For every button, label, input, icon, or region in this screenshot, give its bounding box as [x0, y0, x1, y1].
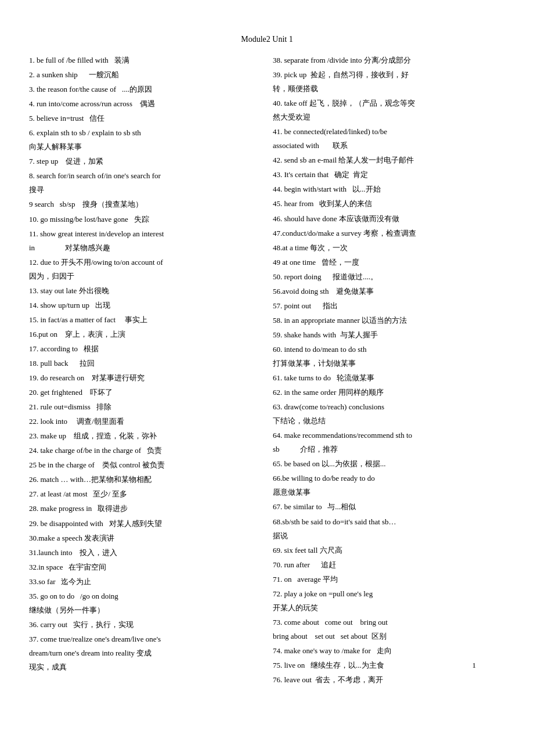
list-item: 67. be similar to 与...相似 — [273, 500, 505, 514]
list-item: 17. according to 根据 — [29, 342, 261, 356]
list-item: 73. come about come out bring out bring … — [273, 615, 505, 643]
list-item: 62. in the same order 用同样的顺序 — [273, 386, 505, 399]
list-item: 57. point out 指出 — [273, 299, 505, 313]
list-item: 40. take off 起飞，脱掉，（产品，观念等突 然大受欢迎 — [273, 96, 505, 124]
list-item: 33.so far 迄今为止 — [29, 575, 261, 589]
list-item: 66.be willing to do/be ready to do 愿意做某事 — [273, 471, 505, 499]
list-item: 59. shake hands with 与某人握手 — [273, 328, 505, 342]
list-item: 63. draw(come to/reach) conclusions 下结论，… — [273, 400, 505, 428]
list-item: 58. in an appropriate manner 以适当的方法 — [273, 314, 505, 327]
list-item: 20. get frightened 吓坏了 — [29, 386, 261, 399]
list-item: 60. intend to do/mean to do sth 打算做某事，计划… — [273, 343, 505, 370]
list-item: 16.put on 穿上，表演，上演 — [29, 327, 261, 341]
list-item: 70. run after 追赶 — [273, 558, 505, 572]
list-item: 2. a sunken ship 一艘沉船 — [29, 68, 261, 82]
list-item: 38. separate from /divide into 分离/分成部分 — [273, 53, 505, 67]
list-item: 6. explain sth to sb / explain to sb sth… — [29, 126, 261, 154]
list-item: 21. rule out=dismiss 排除 — [29, 400, 261, 414]
list-item: 42. send sb an e-mail 给某人发一封电子邮件 — [273, 153, 505, 167]
list-item: 61. take turns to do 轮流做某事 — [273, 371, 505, 385]
list-item: 45. hear from 收到某人的来信 — [273, 197, 505, 211]
list-item: 76. leave out 省去，不考虑，离开 — [273, 673, 505, 687]
list-item: 46. should have done 本应该做而没有做 — [273, 212, 505, 226]
list-item: 48.at a time 每次，一次 — [273, 241, 505, 255]
list-item: 5. believe in=trust 信任 — [29, 111, 261, 125]
list-item: 36. carry out 实行，执行，实现 — [29, 618, 261, 632]
list-item: 39. pick up 捡起，自然习得，接收到，好 转，顺便搭载 — [273, 68, 505, 96]
list-item: 37. come true/realize one's dream/live o… — [29, 632, 261, 674]
list-item: 75. live on 继续生存，以...为主食 — [273, 658, 505, 672]
list-item: 35. go on to do /go on doing 继续做（另外一件事） — [29, 589, 261, 617]
list-item: 26. match … with…把某物和某物相配 — [29, 473, 261, 487]
list-item: 13. stay out late 外出很晚 — [29, 284, 261, 298]
list-item: 49 at one time 曾经，一度 — [273, 255, 505, 269]
left-column: 1. be full of /be filled with 装满2. a sun… — [29, 53, 261, 687]
list-item: 50. report doing 报道做过....。 — [273, 270, 505, 284]
list-item: 25 be in the charge of 类似 control 被负责 — [29, 458, 261, 472]
list-item: 56.avoid doing sth 避免做某事 — [273, 285, 505, 298]
list-item: 74. make one's way to /make for 走向 — [273, 644, 505, 658]
list-item: 4. run into/come across/run across 偶遇 — [29, 97, 261, 111]
list-item: 18. pull back 拉回 — [29, 357, 261, 370]
list-item: 64. make recommendations/recommend sth t… — [273, 429, 505, 456]
right-column: 38. separate from /divide into 分离/分成部分39… — [273, 53, 505, 687]
page-number: 1 — [472, 661, 477, 670]
list-item: 15. in fact/as a matter of fact 事实上 — [29, 313, 261, 327]
list-item: 23. make up 组成，捏造，化装，弥补 — [29, 429, 261, 443]
list-item: 65. be based on 以...为依据，根据... — [273, 457, 505, 471]
list-item: 43. It's certain that 确定 肯定 — [273, 168, 505, 182]
list-item: 19. do research on 对某事进行研究 — [29, 371, 261, 385]
list-item: 27. at least /at most 至少/ 至多 — [29, 487, 261, 501]
list-item: 3. the reason for/the cause of ....的原因 — [29, 82, 261, 96]
list-item: 1. be full of /be filled with 装满 — [29, 53, 261, 67]
list-item: 44. begin with/start with 以...开始 — [273, 182, 505, 196]
list-item: 10. go missing/be lost/have gone 失踪 — [29, 213, 261, 226]
list-item: 47.conduct/do/make a survey 考察，检查调查 — [273, 226, 505, 240]
list-item: 41. be connected(related/linked) to/be a… — [273, 125, 505, 153]
list-item: 69. six feet tall 六尺高 — [273, 543, 505, 557]
list-item: 14. show up/turn up 出现 — [29, 298, 261, 312]
list-item: 12. due to 开头不用/owing to/on account of 因… — [29, 255, 261, 283]
list-item: 24. take charge of/be in the charge of 负… — [29, 444, 261, 458]
list-item: 68.sb/sth be said to do=it's said that s… — [273, 515, 505, 543]
list-item: 30.make a speech 发表演讲 — [29, 531, 261, 545]
list-item: 32.in space 在宇宙空间 — [29, 560, 261, 574]
list-item: 7. step up 促进，加紧 — [29, 154, 261, 168]
list-item: 22. look into 调查/朝里面看 — [29, 415, 261, 429]
page-title: Module2 Unit 1 — [29, 35, 505, 44]
list-item: 11. show great interest in/develop an in… — [29, 227, 261, 255]
list-item: 31.launch into 投入，进入 — [29, 546, 261, 560]
list-item: 72. play a joke on =pull one's leg 开某人的玩… — [273, 587, 505, 615]
list-item: 28. make progress in 取得进步 — [29, 502, 261, 516]
list-item: 9 search sb/sp 搜身（搜查某地） — [29, 197, 261, 211]
list-item: 29. be disappointed with 对某人感到失望 — [29, 517, 261, 531]
list-item: 71. on average 平均 — [273, 573, 505, 586]
list-item: 8. search for/in search of/in one's sear… — [29, 169, 261, 197]
